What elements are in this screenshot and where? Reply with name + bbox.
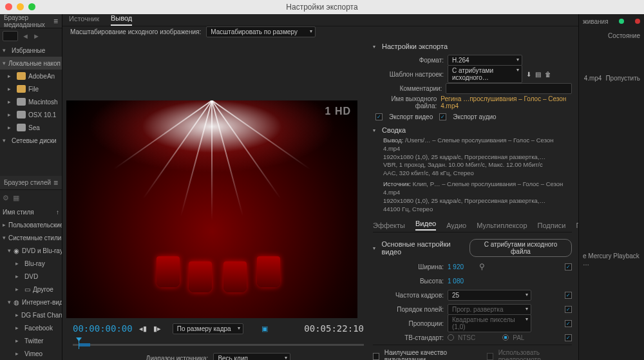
format-select[interactable]: H.264 [448, 55, 522, 66]
style-item[interactable]: ▸DVD [0, 270, 62, 283]
queue-item-skip[interactable]: Пропустить [605, 75, 640, 82]
fps-match-checkbox[interactable] [565, 292, 572, 299]
style-item[interactable]: ▸Facebook [0, 321, 62, 334]
local-drives-group[interactable]: ▾Локальные накоп [0, 57, 62, 70]
summary-section[interactable]: ▾Сводка [373, 126, 572, 134]
drive-item[interactable]: ▸OSX 10.1 [0, 108, 62, 121]
back-icon[interactable]: ◄ [22, 32, 29, 40]
field-order-select[interactable]: Прогр. развертка [448, 304, 531, 315]
disk-icon [17, 98, 26, 106]
queue-tab[interactable]: живания [583, 18, 609, 25]
preset-select[interactable]: С атрибутами исходного… [448, 65, 522, 83]
export-settings-section[interactable]: ▾Настройки экспорта [373, 43, 572, 50]
scale-label: Масштабирование исходного изображения: [70, 28, 201, 35]
media-browser-header[interactable]: Браузер медиаданных ≡ [0, 14, 62, 28]
export-settings-dialog: Источник Вывод Масштабирование исходного… [62, 14, 578, 360]
disc-icon: ◉ [14, 247, 19, 254]
width-match-checkbox[interactable] [565, 263, 572, 270]
comments-input[interactable] [446, 83, 572, 94]
window-titlebar: Настройки экспорта [0, 0, 644, 14]
aspect-select[interactable]: Квадратные пикселы (1,0) [448, 314, 531, 332]
close-window-icon[interactable] [5, 3, 12, 10]
folder-icon [17, 72, 26, 80]
tab-publish[interactable]: Публика [576, 222, 578, 229]
zoom-window-icon[interactable] [28, 3, 35, 10]
match-source-button[interactable]: С атрибутами исходного файла [469, 239, 572, 257]
basic-video-section[interactable]: ▾Основные настройки видео С атрибутами и… [373, 239, 572, 257]
playhead-icon[interactable] [79, 340, 79, 349]
media-filter-dropdown[interactable] [3, 31, 18, 41]
delete-preset-icon[interactable]: 🗑 [545, 71, 551, 78]
width-value[interactable]: 1 920 [448, 263, 464, 270]
output-filename-link[interactable]: Регина …прослушивания – Голос – Сезон 4.… [440, 95, 572, 109]
sort-icon[interactable]: ↑ [56, 209, 59, 216]
monitor-icon: ▭ [24, 286, 30, 293]
play-queue-icon[interactable] [619, 19, 624, 24]
folder-icon [17, 85, 26, 93]
import-preset-icon[interactable]: ▤ [535, 71, 541, 78]
export-video-checkbox[interactable] [375, 113, 383, 120]
style-item[interactable]: ▸DG Fast Channel [0, 308, 62, 321]
tab-captions[interactable]: Подписи [538, 222, 566, 229]
drive-item[interactable]: ▸Sea [0, 121, 62, 134]
style-item[interactable]: ▸Vimeo [0, 347, 62, 360]
field-match-checkbox[interactable] [565, 306, 572, 313]
crop-icon[interactable]: ▣ [261, 325, 268, 333]
source-range-select[interactable]: Весь клип [213, 353, 290, 361]
panel-menu-icon[interactable]: ≡ [53, 178, 58, 187]
settings-icon[interactable]: ⚙ [3, 194, 9, 202]
tab-effects[interactable]: Эффекты [373, 222, 405, 229]
new-icon[interactable]: ▦ [13, 194, 19, 202]
zoom-select[interactable]: По размеру кадра [173, 323, 243, 334]
queue-item-file: 4.mp4 [584, 75, 602, 82]
drive-item[interactable]: ▸AdobeAn [0, 70, 62, 82]
timeline-scrubber[interactable] [73, 339, 364, 350]
summary-output: Вывод: /Users/… – Слепые прослушивания –… [373, 137, 572, 178]
user-styles-group[interactable]: ▸Пользовательские ст [0, 218, 62, 231]
system-styles-group[interactable]: ▾Системные стили [0, 231, 62, 244]
style-name-header[interactable]: Имя стиля↑ [0, 205, 62, 218]
export-audio-checkbox[interactable] [439, 113, 446, 120]
stop-queue-icon[interactable] [635, 19, 640, 24]
forward-icon[interactable]: ► [33, 32, 40, 40]
link-dimensions-icon[interactable]: ⚲ [479, 262, 485, 271]
style-group[interactable]: ▾◉DVD и Blu-ray [0, 244, 62, 257]
tab-output[interactable]: Вывод [111, 14, 132, 26]
aspect-match-checkbox[interactable] [565, 320, 572, 327]
tab-audio[interactable]: Аудио [446, 222, 466, 229]
favorites-group[interactable]: ▾Избранные [0, 44, 62, 57]
in-timecode[interactable]: 00:00:00:00 [73, 323, 133, 334]
tab-source[interactable]: Источник [69, 15, 99, 25]
out-timecode[interactable]: 00:05:22:10 [304, 323, 364, 334]
best-quality-checkbox[interactable] [373, 353, 379, 360]
height-value[interactable]: 1 080 [448, 278, 464, 285]
settings-tabs: Эффекты Видео Аудио Мультиплексор Подпис… [373, 218, 572, 232]
network-drives-group[interactable]: ▾Сетевые диски [0, 134, 62, 147]
fps-select[interactable]: 25 [448, 290, 531, 301]
minimize-window-icon[interactable] [17, 3, 24, 10]
video-preview[interactable]: 1 HD [66, 100, 357, 318]
queue-status-header: Состояние [608, 32, 640, 39]
tab-video[interactable]: Видео [415, 220, 436, 231]
style-item[interactable]: ▸Twitter [0, 334, 62, 347]
channel-watermark: 1 HD [325, 106, 351, 117]
tab-mux[interactable]: Мультиплексор [477, 222, 527, 229]
scale-select[interactable]: Масштабировать по размеру [206, 26, 316, 37]
next-frame-icon[interactable]: ▮▸ [153, 325, 161, 333]
pal-radio[interactable] [502, 334, 509, 341]
ntsc-radio[interactable] [448, 334, 454, 341]
globe-icon: ◍ [14, 299, 19, 306]
drive-item[interactable]: ▸File [0, 82, 62, 95]
background-queue-panel: живания Состояние 4.mp4 Пропустить e Mer… [578, 14, 644, 360]
save-preset-icon[interactable]: ⬇ [526, 71, 531, 78]
style-item[interactable]: ▸Blu-ray [0, 257, 62, 270]
style-item[interactable]: ▸▭Другое [0, 283, 62, 296]
tv-match-checkbox[interactable] [565, 334, 572, 341]
panel-menu-icon[interactable]: ≡ [53, 17, 58, 26]
style-group[interactable]: ▾◍Интернет-видео [0, 296, 62, 308]
mac-traffic-lights[interactable] [5, 3, 35, 10]
style-browser-header[interactable]: Браузер стилей ≡ [0, 176, 62, 190]
prev-frame-icon[interactable]: ◂▮ [139, 325, 147, 333]
media-browser-toolbar: ◄ ► [0, 28, 62, 44]
drive-item[interactable]: ▸Macintosh [0, 95, 62, 108]
